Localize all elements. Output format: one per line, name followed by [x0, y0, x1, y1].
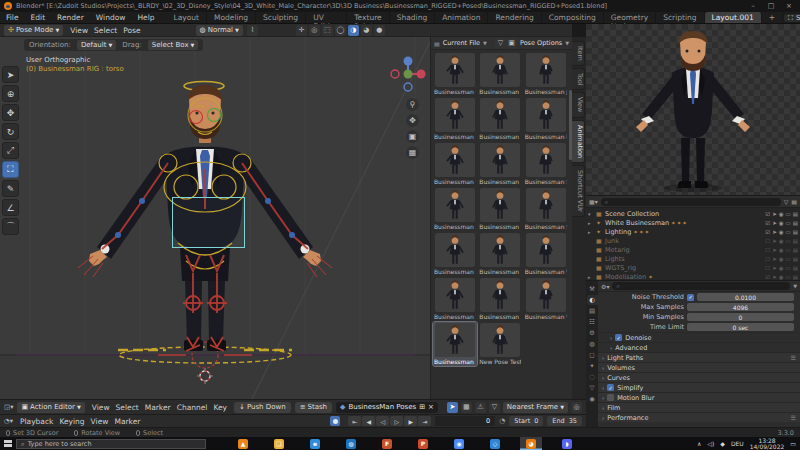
mode-dropdown[interactable]: ✣ Pose Mode ▼ — [4, 25, 63, 36]
snap-cursor-icon[interactable]: ➤ — [447, 402, 458, 413]
scene-selector[interactable]: ⛶ Scene — [783, 13, 800, 23]
edge-icon[interactable]: e — [304, 437, 326, 450]
scene-properties-tab[interactable]: ⚙ — [587, 328, 598, 338]
orientation-value-dropdown[interactable]: Default ▼ — [77, 40, 116, 50]
asset-item[interactable]: Businessman Wa — [524, 232, 568, 276]
selectable-icon[interactable]: ➤ — [772, 274, 777, 280]
checkbox-checked-icon[interactable]: ☑ — [765, 229, 770, 235]
stash-button[interactable]: ≡Stash — [295, 402, 332, 413]
expand-caret-icon[interactable]: › — [610, 345, 612, 351]
expand-icon[interactable]: ▾ — [588, 211, 594, 217]
expand-caret-icon[interactable]: › — [602, 405, 604, 411]
transform-tool-icon[interactable]: ⛶ — [2, 161, 19, 178]
viewport-disable-icon[interactable]: ▭ — [786, 265, 791, 271]
viewport-disable-icon[interactable]: ▭ — [786, 220, 791, 226]
play-reverse-button[interactable]: ◁ — [376, 416, 389, 426]
workspace-tab-animation[interactable]: Animation — [435, 12, 488, 23]
checkbox-icon[interactable]: ✓ — [687, 294, 694, 301]
transform-orientation-dropdown[interactable]: ◍ Normal ▼ — [196, 25, 243, 36]
property-value[interactable]: 0 sec — [687, 323, 794, 331]
language-indicator[interactable]: DEU — [731, 440, 744, 447]
timeline-menu-view[interactable]: View — [88, 417, 112, 426]
ortho-grid-icon[interactable]: ▦ — [406, 146, 419, 159]
sidebar-tab-item[interactable]: Item — [572, 41, 585, 66]
chrome-icon[interactable]: ◉ — [448, 437, 470, 450]
key-icon[interactable]: ▣ — [506, 38, 517, 49]
expand-caret-icon[interactable]: › — [602, 355, 604, 361]
normalize-icon[interactable]: ▦ — [461, 402, 472, 413]
discord-icon[interactable]: ◗ — [556, 437, 578, 450]
workspace-tab-uv-editing[interactable]: UV Editing — [306, 12, 347, 23]
viewport-disable-icon[interactable]: ▭ — [786, 274, 791, 280]
asset-item[interactable]: Businessman We — [524, 277, 568, 321]
action-editor-dropdown[interactable]: ▣ Action Editor ▼ — [17, 402, 84, 413]
outliner-row-lighting[interactable]: ▸✦Lighting✦✦✦☑➤◉▭▤ — [588, 227, 798, 236]
section-volumes[interactable]: ›Volumes — [598, 362, 800, 372]
section-light-paths[interactable]: ›Light Paths☰ — [598, 352, 800, 362]
taskbar-search[interactable]: ⌕ Type here to search — [16, 439, 206, 449]
asset-item[interactable]: Businessman Poi — [433, 142, 477, 186]
pan-hand-icon[interactable]: ✥ — [406, 114, 419, 127]
next-keyframe-button[interactable]: ▶ — [404, 416, 417, 426]
render-disable-icon[interactable]: ▤ — [793, 274, 798, 280]
jump-start-button[interactable]: ⇤ — [348, 416, 361, 426]
dopesheet-menu-key[interactable]: Key — [210, 403, 230, 412]
section-menu-icon[interactable]: ☰ — [791, 354, 796, 361]
asset-browser[interactable]: ▤ Current File ▼ ▽▣ Pose Options ▼ Busin… — [430, 37, 572, 399]
checkbox-icon[interactable]: ☐ — [765, 247, 770, 253]
outliner-row-scene-collection[interactable]: ▾▦Scene Collection☑➤◉▭▤ — [588, 209, 798, 218]
workspace-tab-compositing[interactable]: Compositing — [542, 12, 604, 23]
asset-item[interactable]: Businessman Sta — [524, 187, 568, 231]
clock[interactable]: 13:28 14/09/2022 — [750, 438, 785, 450]
menu-window[interactable]: Window — [90, 13, 132, 22]
render-disable-icon[interactable]: ▤ — [793, 220, 798, 226]
volume-icon[interactable]: ◁) — [707, 440, 714, 447]
property-time-limit[interactable]: Time Limit0 sec — [598, 322, 800, 332]
property-min-samples[interactable]: Min Samples0 — [598, 312, 800, 322]
media-player-icon[interactable]: ▲ — [232, 437, 254, 450]
render-disable-icon[interactable]: ▤ — [793, 229, 798, 235]
checkbox-icon[interactable] — [607, 394, 614, 401]
checkbox-icon[interactable]: ☐ — [765, 238, 770, 244]
dopesheet-menu-marker[interactable]: Marker — [142, 403, 174, 412]
property-noise-threshold[interactable]: Noise Threshold✓0.0100 — [598, 292, 800, 302]
shading-wireframe-icon[interactable]: ◯ — [335, 25, 346, 36]
selectable-icon[interactable]: ➤ — [772, 220, 777, 226]
expand-icon[interactable]: ▸ — [588, 274, 594, 280]
visibility-eye-icon[interactable]: ◉ — [779, 229, 784, 235]
checkbox-icon[interactable]: ✓ — [615, 334, 622, 341]
viewport-menu-view[interactable]: View — [67, 26, 91, 35]
asset-source-dropdown[interactable]: Current File — [443, 39, 480, 47]
visibility-eye-icon[interactable]: ◉ — [779, 256, 784, 262]
visibility-eye-icon[interactable]: ◉ — [779, 238, 784, 244]
asset-item[interactable]: Businessman Sad — [478, 142, 522, 186]
maximize-button[interactable]: □ — [764, 2, 778, 10]
overlays-icon[interactable]: ◎ — [309, 25, 320, 36]
expand-icon[interactable]: ▸ — [588, 220, 594, 226]
filter-icon[interactable]: ▽ — [784, 198, 789, 205]
dopesheet-menu-channel[interactable]: Channel — [174, 403, 211, 412]
vscode-icon[interactable]: ◇ — [484, 437, 506, 450]
expand-icon[interactable]: ▸ — [588, 229, 594, 235]
shading-solid-icon[interactable]: ◑ — [348, 25, 359, 36]
jump-end-button[interactable]: ⇥ — [418, 416, 431, 426]
asset-item[interactable]: Businessman Poi... — [524, 97, 568, 141]
rendered-viewport[interactable] — [586, 24, 800, 195]
outliner-row-metarig[interactable]: ▦Metarig☐➤◉▭▤ — [588, 245, 798, 254]
select-box-dropdown[interactable]: Select Box ▼ — [148, 40, 199, 50]
visibility-eye-icon[interactable]: ◉ — [779, 211, 784, 217]
section-denoise[interactable]: ›✓Denoise — [598, 332, 800, 342]
section-performance[interactable]: ›Performance☰ — [598, 412, 800, 422]
outliner-row-white-businessman[interactable]: ▸✦White Businessman✦✦✦☑➤◉▭▤ — [588, 218, 798, 227]
expand-caret-icon[interactable]: › — [602, 395, 604, 401]
proportional-edit-icon[interactable]: ◎ — [571, 402, 582, 413]
menu-help[interactable]: Help — [131, 13, 160, 22]
workspace-tab-layout-001[interactable]: Layout.001 — [705, 12, 762, 23]
checkbox-checked-icon[interactable]: ☑ — [765, 220, 770, 226]
property-value[interactable]: 4096 — [687, 303, 794, 311]
pose-tool-icon[interactable]: ⌒ — [2, 218, 19, 235]
section-simplify[interactable]: ›✓Simplify — [598, 382, 800, 392]
asset-item[interactable]: Businessman Co... — [433, 52, 477, 96]
camera-view-icon[interactable]: ▣ — [406, 130, 419, 143]
timeline-menu-marker[interactable]: Marker — [111, 417, 143, 426]
